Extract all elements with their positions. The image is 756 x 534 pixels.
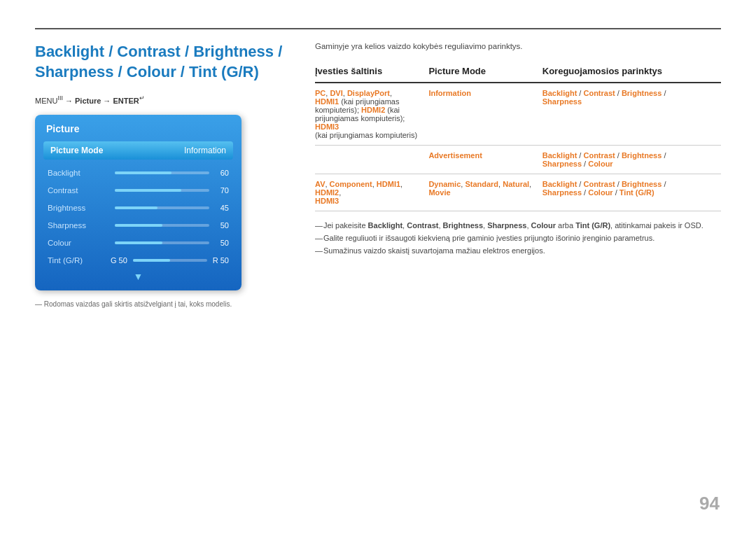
slider-fill — [115, 189, 181, 192]
source-cell: AV, Component, HDMI1, HDMI2, HDMI3 — [315, 174, 428, 211]
left-column: Backlight / Contrast / Brightness / Shar… — [35, 42, 294, 513]
slider-fill — [115, 241, 162, 244]
col-header-options: Koreguojamosios parinktys — [542, 62, 721, 83]
slider-row: Brightness 45 — [43, 200, 233, 216]
menu-path: MENUIII → Picture → ENTER↵ — [35, 94, 294, 105]
slider-value: 70 — [214, 186, 229, 195]
bottom-note: — Rodomas vaizdas gali skirtis atsižvelg… — [35, 300, 294, 308]
slider-fill — [115, 171, 172, 174]
options-cell: Backlight / Contrast / Brightness / Shar… — [542, 146, 721, 174]
table-row: PC, DVI, DisplayPort, HDMI1 (kai prijung… — [315, 83, 721, 146]
picture-ui: Picture Picture Mode Information Backlig… — [35, 115, 241, 290]
info-table: Įvesties šaltinis Picture Mode Koreguoja… — [315, 62, 721, 211]
tint-label: Tint (G/R) — [48, 256, 111, 265]
slider-track — [115, 206, 209, 209]
mode-cell: Advertisement — [428, 146, 542, 174]
slider-fill — [115, 206, 158, 209]
page-container: Backlight / Contrast / Brightness / Shar… — [0, 0, 756, 534]
slider-value: 50 — [214, 239, 229, 247]
picture-mode-value: Information — [184, 146, 226, 155]
slider-label: Sharpness — [48, 221, 111, 230]
note-item: Galite reguliuoti ir išsaugoti kiekvieną… — [315, 234, 721, 242]
table-row: Advertisement Backlight / Contrast / Bri… — [315, 146, 721, 174]
slider-value: 60 — [214, 169, 229, 177]
picture-ui-title: Picture — [43, 123, 233, 134]
slider-row: Contrast 70 — [43, 183, 233, 198]
options-cell: Backlight / Contrast / Brightness / Shar… — [542, 174, 721, 211]
menu-label: MENU — [35, 97, 57, 105]
slider-track — [115, 241, 209, 244]
col-header-source: Įvesties šaltinis — [315, 62, 428, 83]
notes-section: Jei pakeisite Backlight, Contrast, Brigh… — [315, 221, 721, 255]
tint-r-value: R 50 — [213, 256, 229, 265]
picture-mode-label: Picture Mode — [50, 146, 103, 155]
slider-track — [115, 171, 209, 174]
right-column: Gaminyje yra kelios vaizdo kokybės regul… — [315, 42, 721, 513]
mode-cell: Dynamic, Standard, Natural, Movie — [428, 174, 542, 211]
slider-row: Backlight 60 — [43, 165, 233, 181]
tint-row: Tint (G/R) G 50 R 50 — [43, 253, 233, 268]
note-item: Sumažinus vaizdo skaistį suvartojama maž… — [315, 246, 721, 255]
slider-value: 45 — [214, 204, 229, 212]
slider-value: 50 — [214, 221, 229, 230]
slider-track — [115, 189, 209, 192]
table-row: AV, Component, HDMI1, HDMI2, HDMI3 Dynam… — [315, 174, 721, 211]
col-header-mode: Picture Mode — [428, 62, 542, 83]
slider-track — [115, 224, 209, 227]
page-number: 94 — [699, 493, 720, 514]
page-title: Backlight / Contrast / Brightness / Shar… — [35, 42, 294, 82]
slider-label: Contrast — [48, 186, 111, 195]
tint-g-value: G 50 — [111, 256, 127, 265]
slider-fill — [115, 224, 162, 227]
top-divider — [35, 28, 721, 29]
intro-text: Gaminyje yra kelios vaizdo kokybės regul… — [315, 42, 721, 50]
slider-row: Sharpness 50 — [43, 218, 233, 233]
mode-cell: Information — [428, 83, 542, 146]
options-cell: Backlight / Contrast / Brightness / Shar… — [542, 83, 721, 146]
source-cell — [315, 146, 428, 174]
note-item: Jei pakeisite Backlight, Contrast, Brigh… — [315, 221, 721, 230]
arrow-down-icon: ▼ — [43, 271, 233, 282]
picture-mode-row: Picture Mode Information — [43, 141, 233, 160]
source-cell: PC, DVI, DisplayPort, HDMI1 (kai prijung… — [315, 83, 428, 146]
slider-label: Backlight — [48, 169, 111, 177]
main-content: Backlight / Contrast / Brightness / Shar… — [35, 42, 721, 513]
slider-label: Brightness — [48, 204, 111, 212]
slider-label: Colour — [48, 239, 111, 247]
slider-row: Colour 50 — [43, 235, 233, 251]
tint-track — [133, 259, 207, 262]
sliders-container: Backlight 60 Contrast 70 Brightness 45 S… — [43, 165, 233, 251]
